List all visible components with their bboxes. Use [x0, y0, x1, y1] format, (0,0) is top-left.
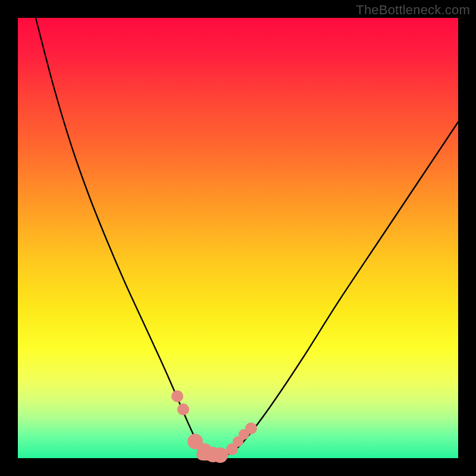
watermark-text: TheBottleneck.com	[356, 2, 470, 18]
curve-marker-dot	[177, 403, 189, 415]
bottleneck-curve	[36, 18, 458, 456]
chart-plot-area	[18, 18, 458, 458]
curve-marker-dot	[245, 422, 257, 434]
curve-markers	[171, 390, 257, 463]
curve-marker-dot	[171, 390, 183, 402]
chart-outer-frame: TheBottleneck.com	[0, 0, 476, 476]
chart-svg	[18, 18, 458, 458]
curve-marker-pill	[196, 449, 228, 461]
